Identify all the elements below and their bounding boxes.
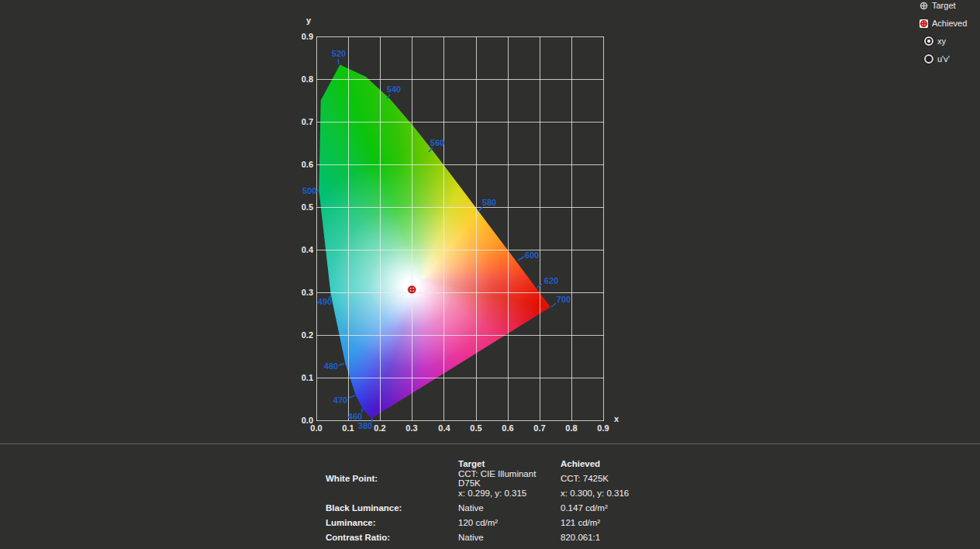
white-point-achieved-cct: CCT: 7425K bbox=[561, 474, 708, 483]
row-label-luminance: Luminance: bbox=[326, 518, 458, 527]
wavelength-label-520: 520 bbox=[332, 49, 346, 58]
row-label-white-point: White Point: bbox=[326, 474, 458, 483]
measurement-summary-table: Target Achieved White Point: CCT: CIE Il… bbox=[326, 456, 708, 544]
black-luminance-achieved: 0.147 cd/m² bbox=[561, 503, 708, 513]
column-header-achieved: Achieved bbox=[561, 459, 708, 468]
legend-achieved-label: Achieved bbox=[932, 19, 967, 28]
achieved-marker-icon bbox=[920, 19, 928, 28]
radio-label-uv[interactable]: u'v' bbox=[937, 54, 950, 64]
radio-button-uv[interactable] bbox=[924, 54, 933, 64]
wavelength-label-470: 470 bbox=[333, 395, 347, 405]
wavelength-label-700: 700 bbox=[557, 295, 571, 304]
row-label-black-luminance: Black Luminance: bbox=[326, 503, 458, 513]
section-divider bbox=[0, 444, 980, 445]
column-header-target: Target bbox=[458, 459, 561, 468]
legend-item-target: Target bbox=[920, 0, 956, 11]
chart-legend: Target Achieved xy u'v' bbox=[920, 0, 980, 70]
wavelength-tick-lines bbox=[295, 16, 620, 438]
row-label-contrast-ratio: Contrast Ratio: bbox=[326, 533, 458, 542]
wavelength-label-600: 600 bbox=[525, 250, 539, 260]
radio-option-xy[interactable]: xy bbox=[924, 36, 946, 47]
wavelength-label-380: 380 bbox=[358, 421, 372, 430]
white-point-target-cct: CCT: CIE Illuminant D75K bbox=[458, 469, 561, 488]
wavelength-label-580: 580 bbox=[482, 198, 496, 207]
wavelength-label-540: 540 bbox=[387, 85, 401, 94]
contrast-ratio-target: Native bbox=[458, 533, 561, 542]
white-point-target-xy: x: 0.299, y: 0.315 bbox=[458, 489, 561, 498]
luminance-achieved: 121 cd/m² bbox=[561, 518, 708, 527]
wavelength-label-460: 460 bbox=[348, 412, 362, 421]
legend-item-achieved: Achieved bbox=[920, 18, 967, 29]
contrast-ratio-achieved: 820.061:1 bbox=[561, 533, 708, 542]
target-marker-icon bbox=[920, 2, 928, 10]
achieved-point-marker bbox=[408, 283, 416, 292]
luminance-target: 120 cd/m² bbox=[458, 518, 561, 527]
black-luminance-target: Native bbox=[458, 503, 561, 513]
wavelength-label-500: 500 bbox=[302, 186, 316, 195]
radio-button-xy[interactable] bbox=[924, 36, 933, 46]
wavelength-label-490: 490 bbox=[318, 297, 332, 306]
radio-label-xy[interactable]: xy bbox=[937, 36, 946, 46]
wavelength-label-560: 560 bbox=[430, 138, 444, 147]
white-point-achieved-xy: x: 0.300, y: 0.316 bbox=[561, 489, 708, 498]
legend-target-label: Target bbox=[932, 1, 956, 10]
radio-option-uv[interactable]: u'v' bbox=[924, 54, 950, 64]
chromaticity-chart: y x 0.9 0.8 0.7 0.6 0.5 0.4 0.3 0.2 0.1 … bbox=[0, 0, 980, 444]
wavelength-label-620: 620 bbox=[544, 276, 558, 285]
wavelength-label-480: 480 bbox=[324, 361, 338, 371]
